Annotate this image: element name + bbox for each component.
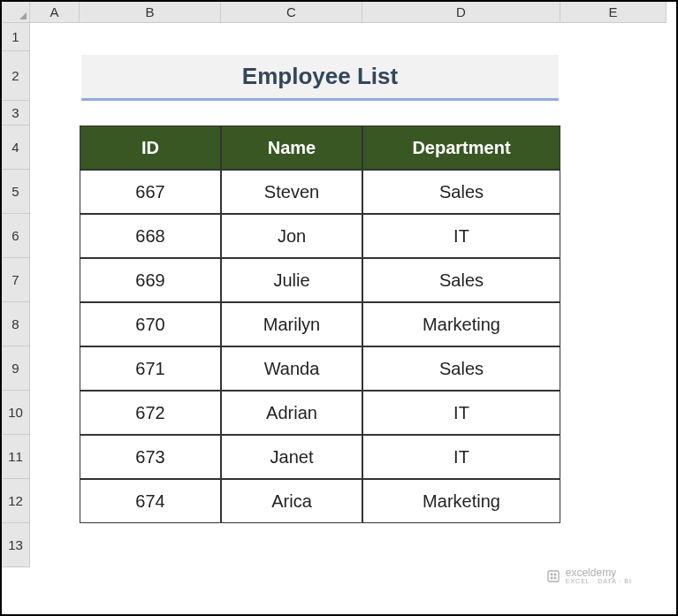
- row-header-10[interactable]: 10: [2, 391, 30, 435]
- table-header-dept[interactable]: Department: [362, 125, 560, 170]
- table-row[interactable]: Sales: [362, 258, 560, 302]
- svg-rect-2: [553, 573, 556, 575]
- table-row[interactable]: IT: [362, 214, 560, 258]
- page-title: Employee List: [81, 55, 559, 101]
- row-header-6[interactable]: 6: [2, 214, 30, 258]
- table-row[interactable]: 668: [80, 214, 221, 258]
- table-header-name[interactable]: Name: [221, 125, 362, 170]
- col-header-A[interactable]: A: [30, 2, 80, 23]
- watermark: exceldemy EXCEL · DATA · BI: [546, 567, 632, 584]
- row-header-8[interactable]: 8: [2, 302, 30, 346]
- col-header-C[interactable]: C: [221, 2, 362, 23]
- table-row[interactable]: IT: [362, 435, 560, 479]
- table-row[interactable]: Marilyn: [221, 302, 362, 346]
- select-all-corner[interactable]: [2, 2, 30, 23]
- row-header-3[interactable]: 3: [2, 101, 30, 125]
- row-header-9[interactable]: 9: [2, 346, 30, 391]
- table-row[interactable]: Steven: [221, 170, 362, 214]
- spreadsheet-grid: A B C D E 1 2 3 4 5 6 7 8 9 10 11 12 13 …: [2, 2, 667, 567]
- watermark-tag: EXCEL · DATA · BI: [566, 578, 632, 584]
- row-header-4[interactable]: 4: [2, 125, 30, 170]
- row-header-13[interactable]: 13: [2, 523, 30, 567]
- table-header-id[interactable]: ID: [80, 125, 221, 170]
- row-header-2[interactable]: 2: [2, 51, 30, 101]
- row-header-7[interactable]: 7: [2, 258, 30, 302]
- table-row[interactable]: 669: [80, 258, 221, 302]
- table-row[interactable]: Sales: [362, 346, 560, 391]
- table-row[interactable]: Adrian: [221, 391, 362, 435]
- table-row[interactable]: 667: [80, 170, 221, 214]
- table-row[interactable]: Wanda: [221, 346, 362, 391]
- table-row[interactable]: Janet: [221, 435, 362, 479]
- table-row[interactable]: Marketing: [362, 302, 560, 346]
- watermark-brand: exceldemy: [566, 567, 632, 578]
- table-row[interactable]: Arica: [221, 479, 362, 523]
- svg-rect-4: [553, 576, 556, 579]
- table-row[interactable]: 672: [80, 391, 221, 435]
- row-header-11[interactable]: 11: [2, 435, 30, 479]
- col-header-B[interactable]: B: [80, 2, 221, 23]
- table-row[interactable]: IT: [362, 391, 560, 435]
- col-header-D[interactable]: D: [362, 2, 560, 23]
- table-row[interactable]: 671: [80, 346, 221, 391]
- table-row[interactable]: 674: [80, 479, 221, 523]
- logo-icon: [546, 569, 560, 583]
- svg-rect-3: [550, 576, 552, 579]
- table-row[interactable]: 670: [80, 302, 221, 346]
- col-header-E[interactable]: E: [560, 2, 667, 23]
- row-header-1[interactable]: 1: [2, 23, 30, 51]
- table-row[interactable]: 673: [80, 435, 221, 479]
- svg-rect-1: [550, 573, 552, 575]
- row-header-5[interactable]: 5: [2, 170, 30, 214]
- table-row[interactable]: Sales: [362, 170, 560, 214]
- table-row[interactable]: Marketing: [362, 479, 560, 523]
- row-header-12[interactable]: 12: [2, 479, 30, 523]
- svg-rect-0: [548, 571, 559, 582]
- table-row[interactable]: Julie: [221, 258, 362, 302]
- table-row[interactable]: Jon: [221, 214, 362, 258]
